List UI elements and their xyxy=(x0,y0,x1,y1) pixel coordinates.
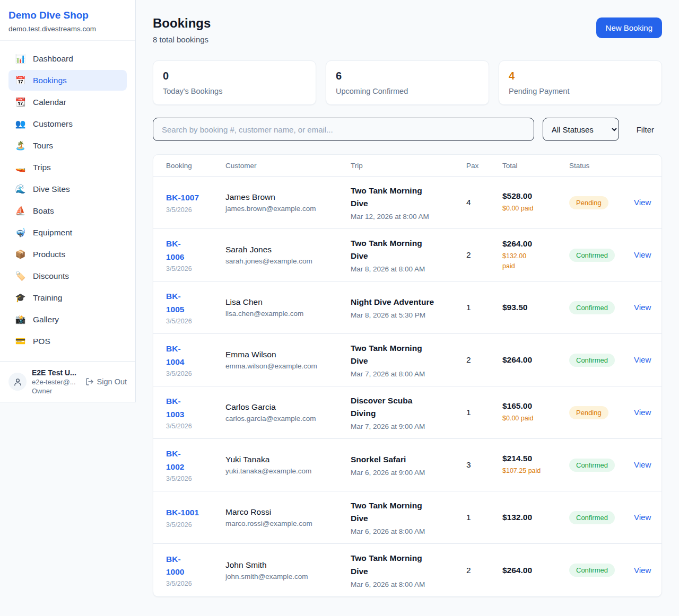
status-cell: Confirmed xyxy=(569,354,634,367)
customer-name: Sarah Jones xyxy=(225,245,351,254)
sign-out-button[interactable]: Sign Out xyxy=(85,377,127,386)
view-link[interactable]: View xyxy=(634,408,651,417)
column-header-pax: Pax xyxy=(466,162,502,170)
actions-cell: View xyxy=(634,355,651,365)
trip-datetime: Mar 8, 2026 at 8:00 AM xyxy=(351,265,466,273)
column-header-booking: Booking xyxy=(166,162,225,170)
customer-name: Carlos Garcia xyxy=(225,402,351,412)
stat-value: 4 xyxy=(509,70,652,82)
sidebar-item-customers[interactable]: 👥 Customers xyxy=(8,113,127,134)
sidebar-item-calendar[interactable]: 📆 Calendar xyxy=(8,92,127,112)
view-link[interactable]: View xyxy=(634,460,651,469)
customer-name: James Brown xyxy=(225,192,351,202)
brand-block: Demo Dive Shop demo.test.divestreams.com xyxy=(0,0,135,41)
booking-date: 3/5/2026 xyxy=(166,206,225,214)
user-info: E2E Test U... e2e-tester@... Owner xyxy=(32,368,80,395)
status-badge: Pending xyxy=(569,196,608,209)
table-row: BK- 1003 3/5/2026 Carlos Garcia carlos.g… xyxy=(153,386,661,439)
customer-name: Lisa Chen xyxy=(225,297,351,307)
paid-value: $107.25 paid xyxy=(502,466,569,476)
booking-date: 3/5/2026 xyxy=(166,265,225,272)
sidebar-item-products[interactable]: 📦 Products xyxy=(8,244,127,265)
sidebar-item-boats[interactable]: ⛵ Boats xyxy=(8,200,127,221)
booking-link[interactable]: BK- 1002 xyxy=(166,447,225,473)
booking-link[interactable]: BK-1007 xyxy=(166,191,225,204)
sidebar-item-gallery[interactable]: 📸 Gallery xyxy=(8,309,127,330)
booking-date: 3/5/2026 xyxy=(166,580,225,587)
customer-cell: Marco Rossi marco.rossi@example.com xyxy=(225,507,351,527)
customer-name: Yuki Tanaka xyxy=(225,455,351,464)
trip-name: Two Tank Morning Dive xyxy=(351,342,466,367)
sidebar-item-dive-sites[interactable]: 🌊 Dive Sites xyxy=(8,179,127,199)
table-header-row: Booking Customer Trip Pax Total Status xyxy=(153,155,661,177)
brand-domain: demo.test.divestreams.com xyxy=(8,25,127,33)
booking-cell: BK-1001 3/5/2026 xyxy=(166,506,225,528)
filter-button[interactable]: Filter xyxy=(637,125,654,134)
trip-cell: Two Tank Morning Dive Mar 6, 2026 at 8:0… xyxy=(351,499,466,535)
booking-link[interactable]: BK- 1000 xyxy=(166,553,225,578)
status-badge: Confirmed xyxy=(569,301,615,314)
trip-cell: Two Tank Morning Dive Mar 8, 2026 at 8:0… xyxy=(351,237,466,273)
app-root: Demo Dive Shop demo.test.divestreams.com… xyxy=(0,0,679,616)
customer-email: john.smith@example.com xyxy=(225,573,351,580)
boats-icon: ⛵ xyxy=(15,206,26,216)
view-link[interactable]: View xyxy=(634,566,651,575)
stat-label: Pending Payment xyxy=(509,87,652,95)
pax-value: 1 xyxy=(466,408,502,417)
status-badge: Confirmed xyxy=(569,564,615,577)
gallery-icon: 📸 xyxy=(15,314,26,324)
view-link[interactable]: View xyxy=(634,198,651,207)
booking-cell: BK- 1003 3/5/2026 xyxy=(166,395,225,429)
status-badge: Confirmed xyxy=(569,459,615,472)
status-filter-select[interactable]: All Statuses xyxy=(543,118,619,141)
sidebar-item-tours[interactable]: 🏝️ Tours xyxy=(8,135,127,156)
sidebar-item-discounts[interactable]: 🏷️ Discounts xyxy=(8,266,127,286)
sidebar-nav: 📊 Dashboard 📅 Bookings 📆 Calendar 👥 Cust… xyxy=(0,41,135,361)
pax-value: 3 xyxy=(466,460,502,470)
booking-link[interactable]: BK- 1006 xyxy=(166,237,225,263)
booking-cell: BK- 1006 3/5/2026 xyxy=(166,237,225,272)
customer-email: james.brown@example.com xyxy=(225,205,351,213)
trip-name: Two Tank Morning Dive xyxy=(351,184,466,210)
sidebar-item-bookings[interactable]: 📅 Bookings xyxy=(8,70,127,91)
booking-date: 3/5/2026 xyxy=(166,370,225,377)
sidebar-item-training[interactable]: 🎓 Training xyxy=(8,287,127,308)
trip-cell: Two Tank Morning Dive Mar 12, 2026 at 8:… xyxy=(351,184,466,221)
booking-link[interactable]: BK- 1003 xyxy=(166,395,225,420)
actions-cell: View xyxy=(634,460,651,470)
page-subtitle: 8 total bookings xyxy=(153,35,211,44)
search-input[interactable] xyxy=(153,118,534,141)
booking-cell: BK- 1000 3/5/2026 xyxy=(166,553,225,587)
trip-datetime: Mar 6, 2026 at 8:00 AM xyxy=(351,580,466,588)
new-booking-button[interactable]: New Booking xyxy=(596,17,662,38)
trip-datetime: Mar 8, 2026 at 5:30 PM xyxy=(351,311,466,319)
sidebar-item-trips[interactable]: 🚤 Trips xyxy=(8,157,127,178)
sidebar-item-dashboard[interactable]: 📊 Dashboard xyxy=(8,48,127,69)
booking-date: 3/5/2026 xyxy=(166,318,225,325)
total-cell: $264.00 $132.00 paid xyxy=(502,239,569,271)
booking-link[interactable]: BK-1001 xyxy=(166,506,225,519)
total-value: $132.00 xyxy=(502,513,569,522)
status-badge: Confirmed xyxy=(569,511,615,524)
pax-value: 1 xyxy=(466,513,502,522)
trip-name: Two Tank Morning Dive xyxy=(351,237,466,262)
view-link[interactable]: View xyxy=(634,250,651,259)
booking-link[interactable]: BK- 1004 xyxy=(166,342,225,368)
total-value: $264.00 xyxy=(502,566,569,575)
view-link[interactable]: View xyxy=(634,513,651,522)
sidebar-item-equipment[interactable]: 🤿 Equipment xyxy=(8,222,127,243)
trip-name: Snorkel Safari xyxy=(351,453,466,466)
trip-cell: Two Tank Morning Dive Mar 7, 2026 at 8:0… xyxy=(351,342,466,378)
view-link[interactable]: View xyxy=(634,355,651,364)
tours-icon: 🏝️ xyxy=(15,140,26,151)
paid-value: $0.00 paid xyxy=(502,413,569,424)
status-badge: Confirmed xyxy=(569,249,615,262)
view-link[interactable]: View xyxy=(634,303,651,312)
sidebar-item-pos[interactable]: 💳 POS xyxy=(8,331,127,351)
actions-cell: View xyxy=(634,303,651,312)
booking-link[interactable]: BK- 1005 xyxy=(166,290,225,315)
dive-sites-icon: 🌊 xyxy=(15,184,26,194)
customer-email: lisa.chen@example.com xyxy=(225,310,351,318)
status-badge: Confirmed xyxy=(569,354,615,367)
stat-label: Upcoming Confirmed xyxy=(336,87,479,95)
